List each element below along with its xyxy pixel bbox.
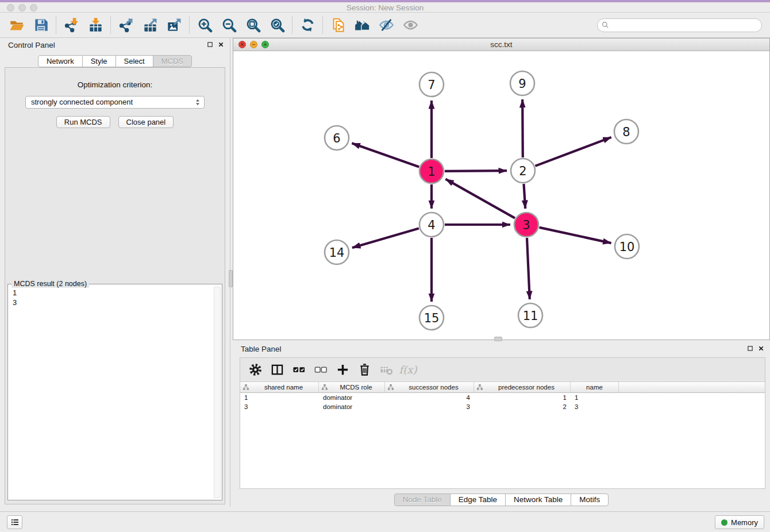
export-table-button[interactable] bbox=[138, 15, 162, 36]
table-toolbar: f(x) bbox=[240, 358, 765, 382]
open-folder-button[interactable] bbox=[5, 15, 29, 36]
graph-edge-1-6[interactable] bbox=[352, 143, 419, 167]
column-header-successor-nodes[interactable]: successor nodes bbox=[385, 382, 474, 392]
close-panel-icon[interactable] bbox=[218, 41, 224, 48]
table-panel-header: Table Panel bbox=[233, 342, 770, 357]
float-table-panel-icon[interactable] bbox=[747, 345, 753, 352]
horizontal-splitter-handle[interactable] bbox=[494, 337, 502, 341]
open-folder-icon bbox=[9, 17, 25, 33]
list-icon bbox=[10, 518, 20, 527]
import-network-button[interactable] bbox=[59, 15, 83, 36]
memory-button[interactable]: Memory bbox=[715, 515, 764, 529]
delete-table-button bbox=[377, 361, 395, 379]
graph-node-label-6: 6 bbox=[333, 132, 340, 145]
home-neighbors-icon bbox=[355, 17, 370, 33]
column-header-predecessor-nodes[interactable]: predecessor nodes bbox=[474, 382, 571, 392]
tab-select[interactable]: Select bbox=[116, 55, 153, 67]
column-header-mcds-role[interactable]: MCDS role bbox=[319, 382, 385, 392]
graph-edge-2-3[interactable] bbox=[524, 184, 526, 209]
toolbar-separator bbox=[56, 17, 56, 34]
save-button[interactable] bbox=[29, 15, 53, 36]
control-panel-title: Control Panel bbox=[8, 41, 55, 49]
zoom-in-icon bbox=[197, 17, 213, 33]
tab-network[interactable]: Network bbox=[38, 55, 83, 67]
graph-node-label-2: 2 bbox=[519, 164, 526, 178]
home-neighbors-button[interactable] bbox=[350, 15, 374, 36]
select-all-button[interactable] bbox=[290, 361, 308, 379]
select-all-icon bbox=[292, 363, 306, 376]
tab-motifs[interactable]: Motifs bbox=[571, 494, 609, 506]
graph-edge-1-2[interactable] bbox=[445, 171, 507, 171]
column-header-name[interactable]: name bbox=[571, 382, 619, 392]
cell-mcds-role[interactable]: dominator bbox=[319, 393, 385, 402]
cell-predecessor-nodes[interactable]: 1 bbox=[474, 393, 571, 402]
graph-edge-4-14[interactable] bbox=[352, 228, 419, 248]
network-graph-canvas[interactable]: 7968124314101511 bbox=[233, 51, 769, 340]
result-line: 3 bbox=[13, 298, 208, 307]
show-panels-button[interactable] bbox=[7, 515, 22, 529]
show-all-eye-button[interactable] bbox=[398, 15, 422, 36]
tab-mcds[interactable]: MCDS bbox=[153, 55, 192, 67]
table-row[interactable]: 1dominator411 bbox=[240, 393, 765, 402]
table-panel: Table Panel f(x) shared nameMCDS rolesuc… bbox=[233, 342, 770, 510]
tab-edge-table[interactable]: Edge Table bbox=[450, 494, 506, 506]
cell-shared-name[interactable]: 1 bbox=[240, 393, 319, 402]
export-image-button[interactable] bbox=[162, 15, 186, 36]
graph-edge-2-9[interactable] bbox=[522, 99, 523, 157]
vertical-splitter-handle[interactable] bbox=[229, 270, 233, 287]
import-table-button[interactable] bbox=[83, 15, 107, 36]
graph-node-label-4: 4 bbox=[428, 218, 435, 232]
tab-style[interactable]: Style bbox=[82, 55, 116, 67]
tab-node-table[interactable]: Node Table bbox=[394, 494, 451, 506]
criterion-dropdown[interactable]: strongly connected component bbox=[25, 96, 205, 109]
result-scrollbar[interactable] bbox=[214, 287, 221, 498]
graph-edge-3-11[interactable] bbox=[527, 238, 530, 299]
refresh-button[interactable] bbox=[295, 15, 319, 36]
export-network-button[interactable] bbox=[114, 15, 138, 36]
gear-button[interactable] bbox=[246, 361, 264, 379]
dropdown-stepper-icon bbox=[194, 98, 202, 106]
close-table-panel-icon[interactable] bbox=[758, 345, 764, 352]
duplicate-network-icon bbox=[330, 17, 346, 33]
zoom-fit-button[interactable] bbox=[241, 15, 265, 36]
cell-name[interactable]: 1 bbox=[571, 393, 619, 402]
network-window-titlebar[interactable]: × − + scc.txt bbox=[233, 38, 769, 51]
deselect-all-icon bbox=[314, 363, 328, 376]
cell-successor-nodes[interactable]: 4 bbox=[385, 393, 474, 402]
delete-row-icon bbox=[358, 363, 371, 376]
split-columns-icon bbox=[271, 363, 284, 376]
graph-edge-3-1[interactable] bbox=[445, 179, 515, 218]
hide-selected-eye-button[interactable] bbox=[374, 15, 398, 36]
graph-edge-2-8[interactable] bbox=[536, 137, 611, 166]
network-view-window: × − + scc.txt 7968124314101511 bbox=[233, 38, 770, 340]
tab-network-table[interactable]: Network Table bbox=[505, 494, 571, 506]
add-row-button[interactable] bbox=[333, 361, 352, 379]
zoom-out-button[interactable] bbox=[217, 15, 241, 36]
cell-successor-nodes[interactable]: 3 bbox=[385, 402, 474, 411]
float-panel-icon[interactable] bbox=[207, 41, 213, 48]
cell-name[interactable]: 3 bbox=[571, 402, 619, 411]
graph-node-label-11: 11 bbox=[523, 309, 538, 323]
close-panel-button[interactable]: Close panel bbox=[118, 116, 174, 128]
add-row-icon bbox=[336, 363, 349, 376]
save-icon bbox=[33, 17, 49, 33]
window-accent-strip bbox=[0, 0, 770, 2]
duplicate-network-button[interactable] bbox=[326, 15, 350, 36]
zoom-in-button[interactable] bbox=[192, 15, 217, 36]
cell-shared-name[interactable]: 3 bbox=[240, 402, 319, 411]
deselect-all-button[interactable] bbox=[311, 361, 330, 379]
cell-predecessor-nodes[interactable]: 2 bbox=[474, 402, 571, 411]
attribute-tree-icon bbox=[242, 384, 249, 391]
column-header-shared-name[interactable]: shared name bbox=[240, 382, 319, 392]
toolbar-separator bbox=[292, 17, 292, 34]
graph-edge-3-10[interactable] bbox=[540, 228, 611, 243]
status-bar: Memory bbox=[0, 511, 770, 532]
delete-row-button[interactable] bbox=[355, 361, 374, 379]
search-input[interactable] bbox=[597, 18, 762, 32]
run-mcds-button[interactable]: Run MCDS bbox=[56, 116, 110, 128]
cell-mcds-role[interactable]: dominator bbox=[319, 402, 385, 411]
table-type-tabs: Node TableEdge TableNetwork TableMotifs bbox=[233, 494, 770, 506]
table-row[interactable]: 3dominator323 bbox=[240, 402, 765, 411]
split-columns-button[interactable] bbox=[268, 361, 286, 379]
zoom-selected-button[interactable] bbox=[265, 15, 289, 36]
